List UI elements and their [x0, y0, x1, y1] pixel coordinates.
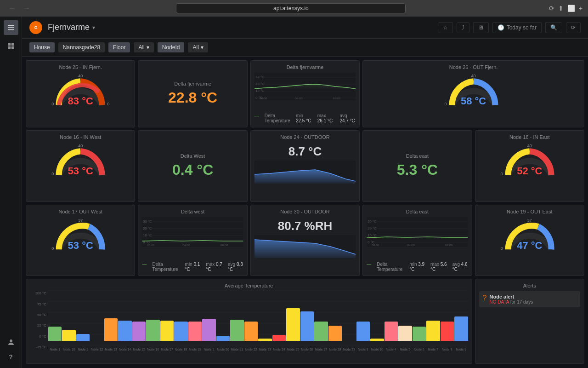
bars-container	[48, 290, 468, 341]
bar	[314, 322, 328, 341]
panel-node18: Node 18 - IN East 40 0 52 °C	[475, 130, 584, 202]
bar-label: Node 12	[90, 348, 103, 351]
delta-east-top-value: 5.3 °C	[397, 161, 438, 178]
favorite-button[interactable]: ☆	[438, 22, 453, 33]
bar-label: Node 27	[314, 348, 328, 351]
bar	[244, 322, 258, 341]
forward-button[interactable]: →	[20, 3, 33, 13]
panel-node30-title: Node 30 - OUTDOOR	[254, 209, 356, 214]
svg-rect-3	[8, 43, 11, 46]
tv-button[interactable]: 🖥	[473, 22, 489, 33]
url-bar[interactable]	[176, 3, 406, 13]
alert-title: Node alert	[490, 294, 533, 299]
house-filter-value[interactable]: Nannasgade28	[58, 42, 105, 52]
gauge-node19-top: 37	[527, 218, 532, 223]
house-filter-label: House	[29, 42, 55, 52]
panel-delta-west-chart: Delta west 30 °C 20 °C 10 °C 0 °C 00:00 …	[138, 205, 247, 276]
refresh-button[interactable]: ⟳	[566, 22, 581, 33]
alerts-title: Alerts	[479, 283, 580, 288]
delta-east-chart-area: 30 °C 20 °C 10 °C 0 °C 00:00 04:00 08:00	[367, 217, 468, 260]
bar-chart-area: Node 1Node 10Node 1Node 12Node 13Node 14…	[48, 290, 468, 350]
node30-value: 80.7 %RH	[254, 219, 356, 233]
svg-text:08:00: 08:00	[220, 243, 228, 247]
bar-label: Node 22	[244, 348, 258, 351]
delta-east-chart-stats: — Delta Temperature min 3.9 °C max 5.6 °…	[367, 262, 468, 272]
bar-label: Node 1	[48, 348, 62, 351]
panel-node25-title: Node 25 - IN Fjern.	[59, 64, 102, 70]
time-range-button[interactable]: 🕐 Today so far	[492, 22, 542, 33]
bar-label: Node 26	[300, 348, 314, 351]
svg-rect-0	[8, 25, 14, 26]
search-button[interactable]: 🔍	[545, 22, 562, 33]
svg-rect-5	[8, 46, 11, 49]
bar	[118, 321, 131, 341]
panel-node17-title: Node 17 OUT West	[58, 209, 102, 214]
bar-label: Node 18	[174, 348, 187, 351]
sidebar-icon-profile[interactable]	[4, 335, 18, 350]
floor-filter-value[interactable]: All ▾	[134, 42, 153, 52]
panel-node16-title: Node 16 - IN West	[60, 134, 101, 140]
bar	[300, 311, 314, 341]
dashboard-title: Fjernvarme ▾	[48, 23, 95, 32]
bar	[48, 327, 62, 341]
bar	[174, 322, 187, 341]
bar-label: Node 23	[258, 348, 271, 351]
delta-west-value: 0.4 °C	[172, 161, 213, 178]
panel-delta-title: Delta fjernvarme	[174, 81, 211, 86]
bar-label: Node 6	[413, 348, 426, 351]
bar-label: Node 16	[146, 348, 159, 351]
bar	[384, 322, 398, 341]
gauge-node18-top: 40	[527, 144, 532, 148]
sidebar-icon-help[interactable]: ?	[4, 350, 18, 364]
panel-node16: Node 16 - IN West 40 0 53 °C	[26, 130, 135, 202]
svg-text:04:00: 04:00	[183, 243, 191, 247]
reload-icon[interactable]: ⟳	[549, 5, 554, 12]
panel-delta-fjernvarme-chart: Delta fjernvarme	[250, 60, 360, 127]
bar	[286, 308, 300, 341]
sidebar-icon-menu[interactable]	[4, 20, 18, 35]
panel-node17: Node 17 OUT West 37 0 53 °C	[26, 205, 135, 276]
bar	[216, 336, 230, 341]
browser-nav: ← →	[6, 3, 33, 13]
panel-node19-title: Node 19 - OUT East	[507, 209, 552, 214]
bar-label: Node 17	[160, 348, 174, 351]
panel-delta-east-chart-title: Delta east	[367, 209, 468, 214]
bar	[454, 316, 468, 341]
panel-delta-west-title: Delta West	[181, 153, 205, 159]
sidebar: ?	[0, 17, 22, 368]
sidebar-bottom: ?	[4, 335, 18, 364]
dashboard-dropdown-icon[interactable]: ▾	[92, 24, 95, 31]
svg-text:08:00: 08:00	[333, 97, 341, 100]
plus-icon[interactable]: +	[579, 5, 582, 12]
bar-label: Node 9	[454, 348, 468, 351]
svg-text:G: G	[34, 25, 37, 30]
sidebar-icon-dashboards[interactable]	[4, 39, 18, 53]
svg-text:10 °C: 10 °C	[255, 89, 265, 93]
floor-filter-label: Floor	[108, 42, 130, 52]
header-actions: ☆ ⤴ 🖥 🕐 Today so far 🔍 ⟳	[438, 22, 581, 33]
bar-label: Node 25	[286, 348, 300, 351]
back-button[interactable]: ←	[6, 3, 18, 13]
nodeid-filter-label: NodeId	[158, 42, 185, 52]
panel-node25: Node 25 - IN Fjern. 40 0 0 83 °C	[26, 60, 135, 127]
node30-chart	[254, 235, 356, 272]
bar	[132, 322, 146, 341]
bar	[146, 320, 159, 341]
bar	[202, 319, 215, 341]
gauge-node25-max: 40	[78, 74, 83, 78]
gauge-node26-max: 40	[471, 74, 476, 78]
panel-node30: Node 30 - OUTDOOR 80.7 %RH	[250, 205, 360, 276]
bar-label: Node 2	[202, 348, 215, 351]
share-icon[interactable]: ⬆	[558, 5, 564, 12]
svg-text:00:00: 00:00	[260, 97, 267, 100]
window-icon[interactable]: ⬜	[567, 5, 575, 12]
gauge-node18-min: 0	[501, 172, 503, 176]
bar-label: Node 1	[76, 348, 90, 351]
gauge-node16-value: 53 °C	[68, 165, 93, 177]
bar-label: Node 13	[104, 348, 118, 351]
bar	[272, 335, 286, 341]
share-button[interactable]: ⤴	[457, 22, 469, 33]
gauge-node26: 40 0 58 °C	[444, 73, 503, 107]
nodeid-filter-value[interactable]: All ▾	[188, 42, 208, 52]
svg-point-7	[10, 339, 12, 342]
